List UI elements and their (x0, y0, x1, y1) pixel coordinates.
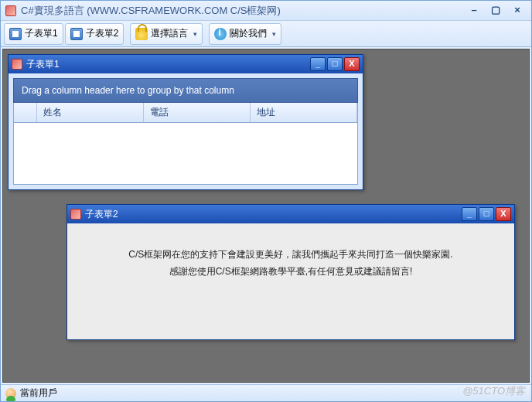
info-icon (214, 28, 227, 40)
grid-header: 姓名 電話 地址 (13, 103, 358, 123)
lock-icon (135, 28, 148, 40)
grid-body[interactable] (13, 123, 358, 185)
main-close-button[interactable]: × (508, 5, 527, 17)
child1-minimize-button[interactable]: _ (310, 57, 326, 71)
main-minimize-button[interactable]: – (465, 5, 483, 17)
toolbar-about-label: 關於我們 (230, 27, 267, 40)
toolbar-child2-label: 子表單2 (86, 27, 119, 40)
child2-close-button[interactable]: X (496, 207, 511, 221)
child2-minimize-button[interactable]: _ (462, 207, 477, 221)
child1-maximize-button[interactable]: □ (327, 57, 343, 71)
form-icon (9, 28, 22, 40)
child2-text-line2: 感謝您使用C/S框架網路教學平臺,有任何意見或建議請留言! (83, 264, 499, 281)
app-icon (5, 5, 16, 16)
grid-col-name[interactable]: 姓名 (37, 103, 144, 122)
toolbar-about-button[interactable]: 關於我們 (209, 23, 281, 45)
child1-title: 子表單1 (26, 58, 60, 71)
main-maximize-button[interactable]: ▢ (486, 5, 505, 17)
child-window-1: 子表單1 _ □ X Drag a column header here to … (8, 54, 363, 190)
toolbar-language-button[interactable]: 選擇語言 (130, 23, 203, 45)
child-window-2: 子表單2 _ □ X C/S框架网在您的支持下會建設更美好，讓我們攜起手來共同打… (66, 204, 515, 340)
statusbar: 當前用戶 (1, 384, 531, 401)
toolbar-language-label: 選擇語言 (151, 27, 188, 40)
toolbar-child1-label: 子表單1 (25, 27, 58, 40)
user-icon (5, 388, 16, 399)
child1-titlebar[interactable]: 子表單1 _ □ X (9, 55, 363, 73)
app-title: C#實現多語言 (WWW.CSFRAMEWORK.COM C/S框架网) (21, 4, 281, 18)
form-icon (12, 59, 22, 70)
child2-maximize-button[interactable]: □ (479, 207, 494, 221)
toolbar: 子表單1 子表單2 選擇語言 關於我們 (1, 21, 531, 47)
grid-col-address[interactable]: 地址 (251, 103, 357, 122)
child2-text-line1: C/S框架网在您的支持下會建設更美好，讓我們攜起手來共同打造一個快樂家園. (83, 247, 499, 264)
child1-body: Drag a column header here to group by th… (9, 73, 363, 189)
toolbar-child1-button[interactable]: 子表單1 (4, 23, 63, 45)
grid-col-phone[interactable]: 電話 (144, 103, 251, 122)
child2-body: C/S框架网在您的支持下會建設更美好，讓我們攜起手來共同打造一個快樂家園. 感謝… (67, 223, 514, 339)
grid-group-panel[interactable]: Drag a column header here to group by th… (13, 78, 358, 103)
form-icon (70, 28, 83, 40)
app-window: C#實現多語言 (WWW.CSFRAMEWORK.COM C/S框架网) – ▢… (0, 0, 532, 402)
form-icon (70, 209, 81, 220)
child1-close-button[interactable]: X (344, 57, 360, 71)
main-titlebar: C#實現多語言 (WWW.CSFRAMEWORK.COM C/S框架网) – ▢… (1, 1, 531, 21)
toolbar-child2-button[interactable]: 子表單2 (65, 23, 124, 45)
mdi-client-area: 子表單1 _ □ X Drag a column header here to … (2, 49, 530, 383)
child2-titlebar[interactable]: 子表單2 _ □ X (67, 205, 514, 223)
child2-title: 子表單2 (85, 208, 118, 221)
status-user-label: 當前用戶 (20, 387, 57, 400)
grid-row-selector[interactable] (14, 103, 37, 122)
